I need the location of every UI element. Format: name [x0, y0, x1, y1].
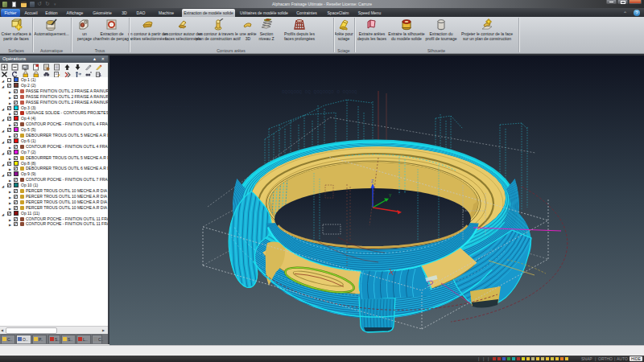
- svg-text:... .... ... .. ..... ... .: ... .... ... .. ..... ... .: [121, 103, 199, 109]
- svg-text:.. ... .... ... .. .. ...: .. ... .... ... .. .. ...: [117, 121, 189, 127]
- svg-text:OQOQOOQ OQ QOQOOQO O OQOOQ: OQOQOOQ OQ QOQOOQO O OQOOQ: [282, 89, 357, 95]
- svg-text:Z: Z: [371, 179, 374, 183]
